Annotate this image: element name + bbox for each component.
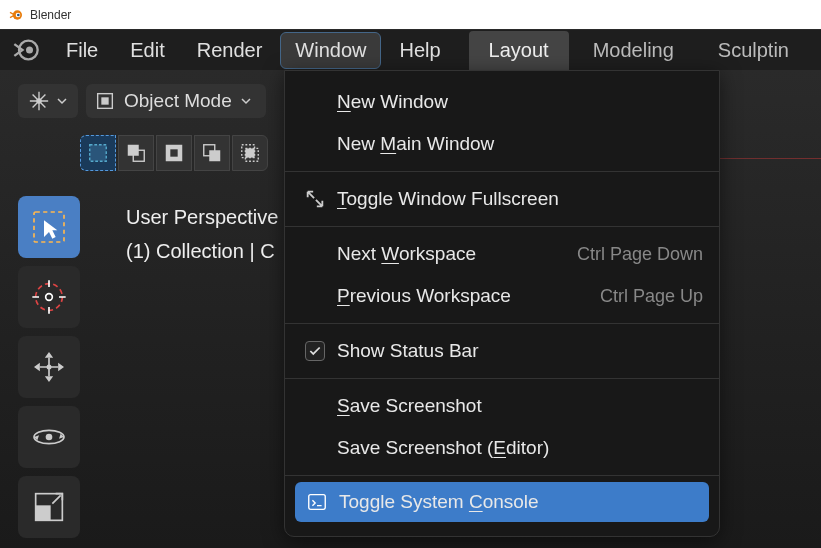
svg-point-4 (26, 47, 33, 54)
svg-rect-12 (170, 149, 177, 156)
topbar: File Edit Render Window Help Layout Mode… (0, 29, 821, 70)
workspace: Object Mode (0, 70, 821, 548)
menu-item-label: Show Status Bar (337, 340, 703, 362)
menu-new-window[interactable]: New Window (285, 81, 719, 123)
menu-render[interactable]: Render (183, 33, 277, 68)
rotate-tool[interactable] (18, 406, 80, 468)
viewport-collection-label: (1) Collection | C (126, 234, 278, 268)
viewport-perspective-label: User Perspective (126, 200, 278, 234)
menu-help[interactable]: Help (385, 33, 454, 68)
menu-prev-workspace[interactable]: Previous Workspace Ctrl Page Up (285, 275, 719, 317)
move-tool[interactable] (18, 336, 80, 398)
menu-save-screenshot[interactable]: Save Screenshot (285, 385, 719, 427)
menu-new-main-window[interactable]: New Main Window (285, 123, 719, 165)
svg-point-20 (46, 294, 53, 301)
left-toolbar (18, 196, 80, 538)
window-dropdown-menu: New Window New Main Window Toggle Window… (284, 70, 720, 537)
fullscreen-icon (301, 188, 329, 210)
pivot-dropdown[interactable] (18, 84, 78, 118)
menu-item-label: Next Workspace (337, 243, 577, 265)
select-intersect-button[interactable] (232, 135, 268, 171)
svg-point-19 (36, 284, 63, 311)
menu-item-label: Save Screenshot (Editor) (337, 437, 703, 459)
scale-tool[interactable] (18, 476, 80, 538)
svg-rect-7 (101, 97, 108, 104)
header-toolbar: Object Mode (18, 84, 266, 118)
menu-shortcut: Ctrl Page Up (600, 286, 703, 307)
checkbox-checked-icon (305, 341, 325, 361)
select-new-button[interactable] (80, 135, 116, 171)
tab-modeling[interactable]: Modeling (573, 31, 694, 70)
select-invert-button[interactable] (194, 135, 230, 171)
menu-edit[interactable]: Edit (116, 33, 178, 68)
menu-save-screenshot-editor[interactable]: Save Screenshot (Editor) (285, 427, 719, 469)
select-subtract-button[interactable] (156, 135, 192, 171)
menu-item-label: Previous Workspace (337, 285, 600, 307)
menu-item-label: Save Screenshot (337, 395, 703, 417)
mode-dropdown[interactable]: Object Mode (86, 84, 266, 118)
menu-show-status-bar[interactable]: Show Status Bar (285, 330, 719, 372)
menu-item-label: New Main Window (337, 133, 703, 155)
select-box-tool[interactable] (18, 196, 80, 258)
chevron-down-icon (56, 95, 68, 107)
tab-layout[interactable]: Layout (469, 31, 569, 70)
cursor-tool[interactable] (18, 266, 80, 328)
titlebar: Blender (0, 0, 821, 29)
select-extend-button[interactable] (118, 135, 154, 171)
menu-separator (285, 323, 719, 324)
svg-rect-8 (90, 145, 107, 162)
menu-separator (285, 475, 719, 476)
svg-point-23 (46, 434, 53, 441)
svg-rect-24 (36, 505, 51, 520)
menu-item-label: Toggle Window Fullscreen (337, 188, 703, 210)
svg-point-2 (17, 13, 20, 16)
svg-rect-26 (309, 495, 326, 510)
window-title: Blender (30, 8, 71, 22)
menu-separator (285, 378, 719, 379)
console-icon (303, 491, 331, 513)
svg-point-5 (36, 98, 42, 104)
selection-mode-buttons (80, 135, 268, 171)
chevron-down-icon (240, 95, 252, 107)
menu-next-workspace[interactable]: Next Workspace Ctrl Page Down (285, 233, 719, 275)
menu-item-label: New Window (337, 91, 703, 113)
menu-separator (285, 226, 719, 227)
object-mode-icon (94, 90, 116, 112)
menu-toggle-system-console[interactable]: Toggle System Console (295, 482, 709, 522)
menu-shortcut: Ctrl Page Down (577, 244, 703, 265)
blender-main-icon[interactable] (12, 36, 40, 64)
menu-separator (285, 171, 719, 172)
blender-logo-icon (8, 7, 24, 23)
pivot-icon (28, 90, 50, 112)
svg-rect-17 (245, 148, 254, 157)
viewport-info: User Perspective (1) Collection | C (126, 200, 278, 268)
menu-window[interactable]: Window (280, 32, 381, 69)
tab-sculpting[interactable]: Sculptin (698, 31, 809, 70)
svg-rect-14 (209, 150, 220, 161)
menu-toggle-fullscreen[interactable]: Toggle Window Fullscreen (285, 178, 719, 220)
mode-label: Object Mode (124, 90, 232, 112)
menu-file[interactable]: File (52, 33, 112, 68)
menu-item-label: Toggle System Console (339, 491, 701, 513)
